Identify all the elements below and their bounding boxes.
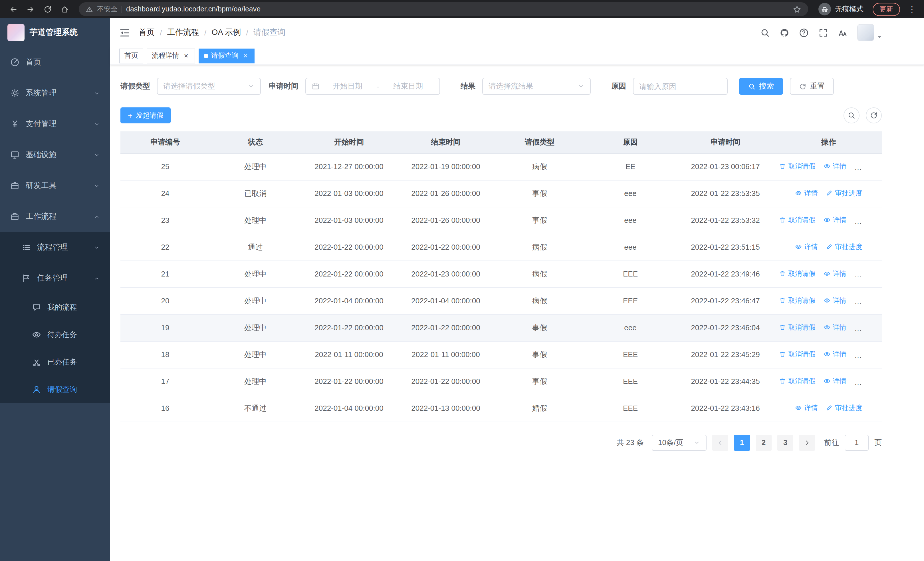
reason-input[interactable] — [633, 78, 728, 95]
address-bar[interactable]: 不安全 dashboard.yudao.iocoder.cn/bpm/oa/le… — [79, 2, 808, 16]
page-size-value: 10条/页 — [658, 437, 683, 448]
list-icon — [22, 243, 31, 252]
cell-apply_time: 2022-01-22 23:53:32 — [676, 207, 775, 234]
cancel-link[interactable]: 取消请假 — [779, 323, 816, 332]
page-size-select[interactable]: 10条/页 — [652, 435, 706, 450]
detail-link[interactable]: 详情 — [824, 162, 846, 171]
cancel-link[interactable]: 取消请假 — [779, 269, 816, 279]
end-date-placeholder: 结束日期 — [382, 81, 434, 92]
trash-icon — [779, 351, 786, 358]
start-date-placeholder: 开始日期 — [322, 81, 373, 92]
cell-end: 2022-01-19 00:00:00 — [397, 153, 494, 180]
detail-link[interactable]: 详情 — [824, 269, 846, 279]
sidebar-item-todo-task[interactable]: 待办任务 — [0, 321, 110, 349]
user-avatar[interactable] — [857, 24, 882, 41]
cell-reason: eee — [585, 207, 676, 234]
sidebar-item-done-task[interactable]: 已办任务 — [0, 349, 110, 376]
forward-icon[interactable] — [23, 2, 38, 17]
sidebar-item-infrastructure[interactable]: 基础设施 — [0, 139, 110, 170]
detail-link[interactable]: 详情 — [824, 296, 846, 305]
eye-icon — [824, 271, 830, 277]
chevron-up-icon — [94, 275, 100, 281]
sidebar-item-home[interactable]: 首页 — [0, 47, 110, 78]
sidebar-item-task-management[interactable]: 任务管理 — [0, 263, 110, 294]
reset-button[interactable]: 重置 — [790, 78, 834, 95]
reload-icon[interactable] — [40, 2, 55, 17]
prev-page-button[interactable] — [712, 435, 728, 450]
cancel-link[interactable]: 取消请假 — [779, 215, 816, 225]
cell-type: 病假 — [494, 153, 585, 180]
refresh-table-button[interactable] — [866, 107, 882, 123]
eye-icon — [824, 324, 830, 331]
page-button-3[interactable]: 3 — [777, 435, 793, 450]
close-tab-icon[interactable]: × — [182, 52, 190, 60]
tab-label: 请假查询 — [211, 51, 238, 60]
back-icon[interactable] — [6, 2, 21, 17]
chevron-down-icon — [578, 83, 584, 90]
create-leave-button[interactable]: + 发起请假 — [120, 107, 171, 123]
toggle-search-button[interactable] — [843, 107, 860, 123]
detail-link[interactable]: 详情 — [795, 242, 818, 252]
reset-button-label: 重置 — [810, 81, 825, 92]
sidebar-item-dev-tools[interactable]: 研发工具 — [0, 170, 110, 201]
sidebar-item-workflow[interactable]: 工作流程 — [0, 201, 110, 232]
sidebar-item-leave-query[interactable]: 请假查询 — [0, 376, 110, 403]
next-page-button[interactable] — [799, 435, 815, 450]
sidebar-item-system-management[interactable]: 系统管理 — [0, 78, 110, 108]
detail-link[interactable]: 详情 — [795, 188, 818, 198]
browser-menu-icon[interactable]: ⋮ — [906, 5, 918, 14]
page-button-1[interactable]: 1 — [734, 435, 750, 450]
cancel-link[interactable]: 取消请假 — [779, 350, 816, 359]
bookmark-star-icon[interactable] — [793, 5, 801, 14]
font-size-icon[interactable] — [838, 28, 848, 38]
reason-label: 原因 — [611, 81, 626, 92]
detail-link[interactable]: 详情 — [824, 215, 846, 225]
cell-status: 处理中 — [210, 287, 301, 314]
update-button[interactable]: 更新 — [873, 3, 900, 16]
result-label: 结果 — [460, 81, 476, 92]
page-unit-label: 页 — [874, 437, 882, 448]
tab-leave-query[interactable]: 请假查询× — [199, 48, 255, 63]
sidebar-item-payment-management[interactable]: 支付管理 — [0, 108, 110, 139]
sidebar-collapse-icon[interactable] — [119, 27, 130, 38]
detail-label: 详情 — [832, 215, 846, 225]
leave-type-select[interactable]: 请选择请假类型 — [157, 78, 261, 95]
trash-icon — [779, 217, 786, 224]
progress-link[interactable]: 审批进度 — [826, 188, 862, 198]
help-icon[interactable] — [799, 28, 809, 38]
tab-home[interactable]: 首页 — [119, 48, 143, 63]
search-button[interactable]: 搜索 — [739, 78, 783, 95]
filter-form: 请假类型 请选择请假类型 申请时间 开始日期 - 结束日期 结果 请选择流结果 — [120, 78, 882, 95]
detail-link[interactable]: 详情 — [824, 376, 846, 386]
cancel-link[interactable]: 取消请假 — [779, 162, 816, 171]
cancel-link[interactable]: 取消请假 — [779, 376, 816, 386]
search-icon[interactable] — [760, 28, 770, 38]
detail-link[interactable]: 详情 — [795, 403, 818, 413]
progress-link[interactable]: 审批进度 — [826, 242, 862, 252]
progress-label: 审批进度 — [835, 188, 862, 198]
cancel-link[interactable]: 取消请假 — [779, 296, 816, 305]
leave-table: 申请编号状态开始时间结束时间请假类型原因申请时间操作 25处理中2021-12-… — [120, 131, 882, 422]
result-select[interactable]: 请选择流结果 — [482, 78, 591, 95]
progress-link[interactable]: 审批进度 — [826, 403, 862, 413]
chevron-down-icon — [693, 439, 700, 446]
progress-label: 审批进度 — [864, 376, 882, 386]
close-tab-icon[interactable]: × — [242, 52, 249, 60]
page-button-2[interactable]: 2 — [756, 435, 772, 450]
goto-page-input[interactable] — [844, 435, 868, 450]
chevron-down-icon — [248, 83, 255, 90]
fullscreen-icon[interactable] — [818, 28, 828, 38]
tab-process-detail[interactable]: 流程详情× — [147, 48, 195, 63]
table-row: 23处理中2022-01-03 00:00:002022-01-26 00:00… — [120, 207, 882, 234]
github-icon[interactable] — [780, 28, 789, 38]
apply-time-range-picker[interactable]: 开始日期 - 结束日期 — [305, 78, 440, 95]
detail-link[interactable]: 详情 — [824, 350, 846, 359]
breadcrumb-item[interactable]: 首页 — [139, 27, 154, 38]
column-header: 原因 — [585, 131, 676, 153]
home-icon[interactable] — [57, 2, 72, 17]
sidebar-item-process-management[interactable]: 流程管理 — [0, 232, 110, 263]
detail-link[interactable]: 详情 — [824, 323, 846, 332]
sidebar-item-my-process[interactable]: 我的流程 — [0, 294, 110, 321]
incognito-hat-icon — [821, 5, 829, 13]
logo: 芋道管理系统 — [0, 18, 110, 47]
